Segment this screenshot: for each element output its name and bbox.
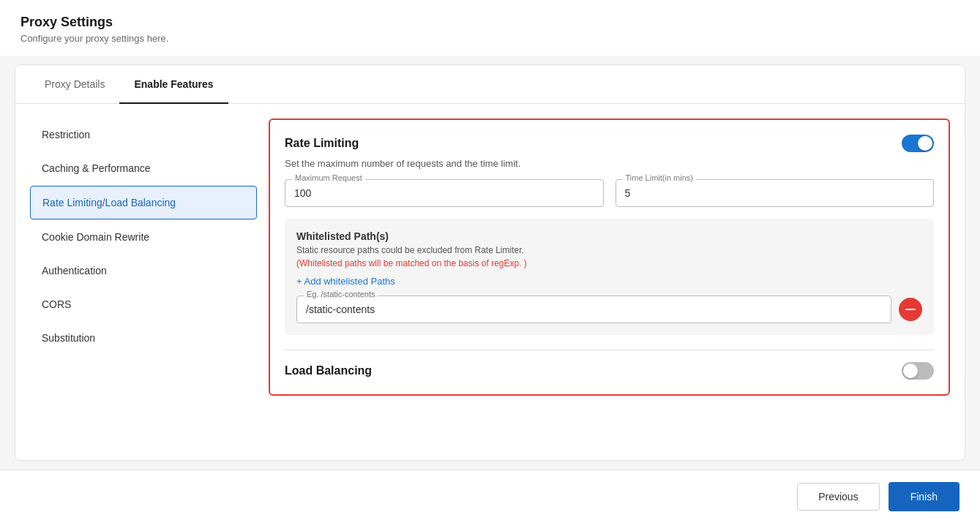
- page-title: Proxy Settings: [20, 15, 960, 30]
- whitelisted-box: Whitelisted Path(s) Static resource path…: [285, 219, 934, 335]
- tab-enable-features[interactable]: Enable Features: [119, 65, 228, 103]
- time-limit-label: Time Limit(in mins): [623, 173, 697, 182]
- whitelisted-warning: (Whitelisted paths will be matched on th…: [296, 258, 922, 268]
- page-subtitle: Configure your proxy settings here.: [20, 33, 960, 44]
- path-input-row: Eg. /static-contents: [296, 296, 922, 323]
- rate-limiting-toggle[interactable]: [902, 135, 934, 152]
- rate-limiting-title: Rate Limiting: [285, 137, 359, 150]
- previous-button[interactable]: Previous: [797, 483, 879, 511]
- time-limit-field: Time Limit(in mins): [616, 179, 935, 207]
- rate-limiting-desc: Set the maximum number of requests and t…: [285, 158, 934, 169]
- whitelisted-desc: Static resource paths could be excluded …: [296, 245, 922, 255]
- load-balancing-section: Load Balancing: [285, 362, 934, 380]
- max-request-label: Maximum Request: [292, 173, 365, 182]
- add-whitelisted-paths-button[interactable]: + Add whitelisted Paths: [296, 276, 395, 287]
- footer: Previous Finish: [0, 470, 980, 523]
- section-divider: [285, 350, 934, 350]
- path-label: Eg. /static-contents: [304, 290, 378, 298]
- load-balancing-toggle[interactable]: [902, 362, 934, 380]
- sidebar: Restriction Caching & Performance Rate L…: [30, 118, 257, 445]
- tabs-header: Proxy Details Enable Features: [15, 65, 965, 104]
- sidebar-item-cookie[interactable]: Cookie Domain Rewrite: [30, 221, 257, 253]
- max-request-input[interactable]: [285, 179, 604, 207]
- max-request-field: Maximum Request: [285, 179, 604, 207]
- finish-button[interactable]: Finish: [889, 482, 960, 511]
- rate-limiting-section: Rate Limiting Set the maximum number of …: [285, 135, 934, 335]
- tab-proxy-details[interactable]: Proxy Details: [30, 65, 119, 103]
- sidebar-item-caching[interactable]: Caching & Performance: [30, 152, 257, 184]
- path-field: Eg. /static-contents: [296, 296, 891, 323]
- remove-path-button[interactable]: [899, 298, 922, 321]
- sidebar-item-restriction[interactable]: Restriction: [30, 118, 257, 151]
- sidebar-item-substitution[interactable]: Substitution: [30, 322, 257, 354]
- feature-panel: Rate Limiting Set the maximum number of …: [269, 118, 950, 396]
- load-balancing-title: Load Balancing: [285, 364, 372, 377]
- sidebar-item-cors[interactable]: CORS: [30, 288, 257, 320]
- sidebar-item-authentication[interactable]: Authentication: [30, 255, 257, 287]
- path-input[interactable]: [296, 296, 891, 323]
- time-limit-input[interactable]: [616, 179, 935, 207]
- sidebar-item-rate-limiting[interactable]: Rate Limiting/Load Balancing: [30, 186, 257, 219]
- whitelisted-title: Whitelisted Path(s): [296, 230, 922, 242]
